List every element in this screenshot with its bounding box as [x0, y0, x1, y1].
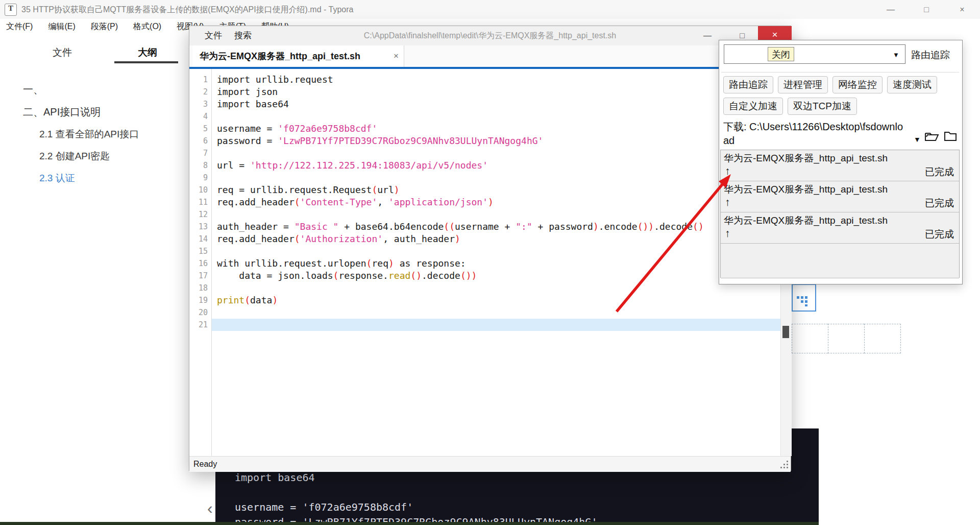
code-token: .decode — [654, 221, 693, 232]
download-status: 已完成 — [925, 165, 954, 179]
code-token: ":" — [516, 221, 532, 232]
blue-grip-icon — [797, 296, 810, 306]
line-number: 21 — [189, 319, 208, 331]
code-token: ) — [593, 221, 599, 232]
line-number: 3 — [189, 98, 208, 110]
code-token: 'Content-Type' — [300, 197, 378, 207]
code-token: username = — [217, 123, 278, 134]
tool-button[interactable]: 网络监控 — [832, 76, 883, 93]
open-folder-icon[interactable] — [924, 130, 940, 142]
typora-menu-item[interactable]: 段落(P) — [91, 21, 118, 32]
line-number: 15 — [189, 245, 208, 257]
resize-grip-icon[interactable] — [779, 460, 790, 470]
code-token: + base64.b64encode — [338, 221, 444, 232]
sidebar-tab-underline — [114, 61, 178, 63]
session-combobox[interactable]: 关闭 ▼ — [724, 44, 905, 64]
download-item[interactable]: 华为云-EMQX服务器_http_api_test.sh↑已完成 — [721, 212, 959, 244]
code-token: print — [217, 295, 244, 305]
sidebar-tab-outline[interactable]: 大纲 — [138, 46, 157, 59]
line-number: 10 — [189, 184, 208, 196]
line-number: 19 — [189, 294, 208, 306]
code-line: username = 'f072a6e9758b8cdf' — [217, 123, 377, 135]
editor-status-text: Ready — [193, 457, 217, 472]
code-token: read — [388, 270, 410, 281]
code-line: password = 'LzwPB71Yf7PTED39C7RGboz9C9AN… — [217, 135, 543, 147]
line-number: 6 — [189, 135, 208, 147]
code-token: ) — [394, 184, 400, 195]
download-list-empty-row — [721, 244, 959, 278]
typora-menu-item[interactable]: 编辑(E) — [48, 21, 75, 32]
document-dashed-table-fragment — [792, 324, 901, 353]
typora-menu-item[interactable]: 文件(F) — [6, 21, 33, 32]
gutter-separator — [211, 69, 212, 456]
tool-button[interactable]: 进程管理 — [778, 76, 828, 93]
document-code-line: username = 'f072a6e9758b8cdf' — [235, 500, 597, 515]
outline-item[interactable]: 一、 — [23, 83, 184, 97]
code-line: print(data) — [217, 294, 278, 306]
code-token: ()) — [460, 270, 477, 281]
code-token: 'http://122.112.225.194:18083/api/v5/nod… — [250, 160, 488, 171]
line-number: 2 — [189, 86, 208, 98]
tool-button[interactable]: 自定义加速 — [723, 98, 783, 115]
scrollbar-thumb[interactable] — [782, 326, 789, 338]
outline-item[interactable]: 2.3 认证 — [39, 172, 184, 185]
code-token: ( — [295, 233, 300, 244]
line-number: 12 — [189, 208, 208, 221]
code-line: url = 'http://122.112.225.194:18083/api/… — [217, 159, 488, 172]
line-number: 8 — [189, 159, 208, 172]
chevron-down-icon[interactable]: ▼ — [893, 51, 899, 59]
outline-item[interactable]: 2.1 查看全部的API接口 — [39, 128, 184, 141]
typora-menu-item[interactable]: 格式(O) — [133, 21, 161, 32]
line-number: 11 — [189, 196, 208, 208]
code-token: 'application/json' — [388, 197, 488, 207]
typora-minimize-button[interactable]: — — [879, 0, 902, 19]
code-line: auth_header = "Basic " + base64.b64encod… — [217, 221, 704, 233]
code-token: ( — [244, 295, 250, 305]
code-token: 'Authorization' — [300, 233, 383, 244]
editor-minimize-button[interactable]: — — [700, 28, 715, 43]
code-token: .encode — [599, 221, 638, 232]
line-number: 14 — [189, 233, 208, 245]
code-token: ( — [372, 184, 377, 195]
panel-divider — [721, 72, 959, 73]
upload-arrow-icon: ↑ — [725, 196, 730, 208]
download-status: 已完成 — [925, 228, 954, 241]
tool-button[interactable]: 路由追踪 — [723, 76, 773, 93]
panel-title: 路由追踪 — [911, 49, 950, 62]
folder-icon[interactable] — [944, 130, 957, 141]
code-token: , — [377, 197, 388, 207]
download-path-label: 下载: C:\Users\11266\Desktop\fsdownload — [723, 120, 903, 148]
editor-titlebar: 文件 搜索 C:\AppData\finalshell\temp\edit\华为… — [189, 26, 791, 46]
document-image-fragment — [792, 284, 816, 312]
chevron-down-icon[interactable]: ▼ — [914, 135, 921, 144]
code-editor-area[interactable]: 123456789101112131415161718192021 import… — [189, 69, 792, 456]
line-number: 18 — [189, 282, 208, 294]
tab-close-icon[interactable]: × — [394, 45, 399, 67]
line-number: 5 — [189, 123, 208, 135]
line-number: 16 — [189, 257, 208, 270]
outline-item[interactable]: 二、API接口说明 — [23, 105, 184, 119]
code-token: (( — [444, 221, 455, 232]
editor-tab-label: 华为云-EMQX服务器_http_api_test.sh — [200, 45, 360, 67]
download-list: 华为云-EMQX服务器_http_api_test.sh↑已完成华为云-EMQX… — [720, 150, 960, 278]
tool-button[interactable]: 速度测试 — [887, 76, 937, 93]
outline-item[interactable]: 2.2 创建API密匙 — [39, 150, 184, 163]
code-line: req.add_header('Content-Type', 'applicat… — [217, 196, 494, 208]
tool-button-row-1: 路由追踪进程管理网络监控速度测试 — [723, 76, 937, 93]
code-token: password = — [217, 135, 278, 146]
editor-tab[interactable]: 华为云-EMQX服务器_http_api_test.sh × — [192, 45, 404, 67]
code-token: "Basic " — [295, 221, 339, 232]
typora-close-button[interactable]: × — [951, 0, 973, 19]
tool-button-row-2: 自定义加速双边TCP加速 — [723, 98, 857, 115]
download-item[interactable]: 华为云-EMQX服务器_http_api_test.sh↑已完成 — [721, 181, 959, 212]
code-token: ( — [295, 197, 300, 207]
code-token: url — [377, 184, 394, 195]
code-token: import base64 — [217, 99, 289, 109]
typora-maximize-button[interactable]: □ — [915, 0, 938, 19]
code-token: username + — [455, 221, 516, 232]
tool-button[interactable]: 双边TCP加速 — [788, 98, 857, 115]
download-item[interactable]: 华为云-EMQX服务器_http_api_test.sh↑已完成 — [721, 150, 959, 181]
sidebar-tab-files[interactable]: 文件 — [53, 46, 72, 59]
code-token: req = urllib.request.Request — [217, 184, 372, 195]
combobox-selected-value[interactable]: 关闭 — [768, 47, 794, 61]
